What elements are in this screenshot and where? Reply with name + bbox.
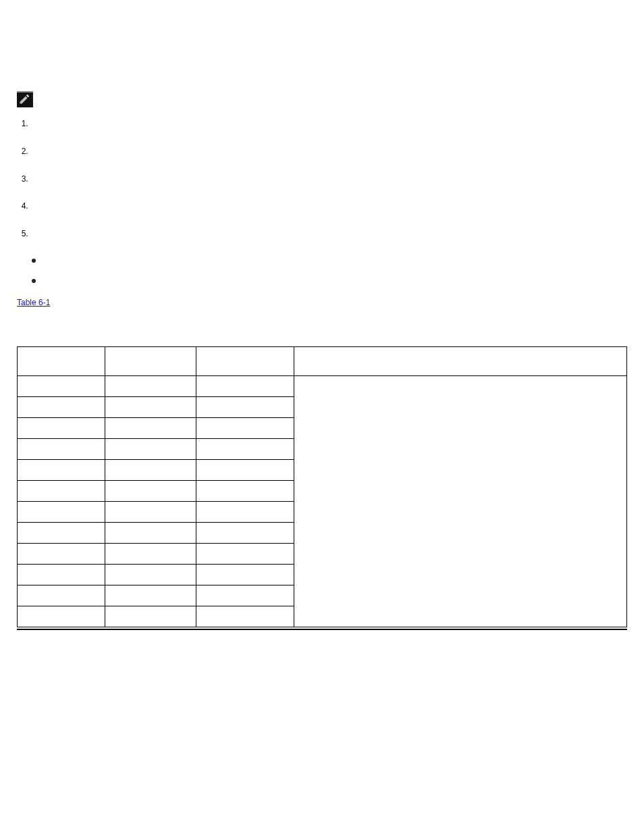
title-area [17,17,627,91]
cell [196,501,294,522]
cell [105,585,196,606]
cell [196,459,294,480]
cell [105,396,196,417]
cell [105,417,196,438]
step-3 [30,174,627,185]
cell [18,417,105,438]
step-2 [30,146,627,157]
table-row [18,375,627,396]
cell [105,459,196,480]
cell [105,501,196,522]
cell [18,585,105,606]
col-header-2 [105,346,196,375]
numbered-steps [17,118,627,240]
cell [196,417,294,438]
col-header-4 [294,346,627,375]
cell [18,396,105,417]
col-header-1 [18,346,105,375]
pencil-note-icon [17,91,33,107]
cell [105,375,196,396]
cell [196,438,294,459]
cell [18,606,105,627]
cell [105,438,196,459]
cell [105,543,196,564]
cell [196,564,294,585]
bullet-item [32,256,627,261]
cell [105,564,196,585]
cell [18,459,105,480]
cell [18,438,105,459]
body-paragraph: Table 6-1 [17,296,627,309]
table-reference-link[interactable]: Table 6-1 [17,298,50,307]
step-5 [30,228,627,240]
cell [196,543,294,564]
cell [196,585,294,606]
cell [196,396,294,417]
cell [196,606,294,627]
cell [18,480,105,501]
cell [18,522,105,543]
cell [196,375,294,396]
bullet-list [32,256,627,282]
table-header-row [18,346,627,375]
step-4 [30,201,627,212]
table-heading [17,326,627,334]
note-block [17,91,627,111]
step-1 [30,118,627,130]
cell [18,375,105,396]
spec-table [17,346,627,627]
cell [18,564,105,585]
merged-note-cell [294,375,627,627]
cell [105,606,196,627]
cell [105,522,196,543]
bullet-item [32,276,627,282]
cell [196,480,294,501]
section-divider [17,629,627,630]
cell [105,480,196,501]
col-header-3 [196,346,294,375]
cell [196,522,294,543]
cell [18,543,105,564]
cell [18,501,105,522]
